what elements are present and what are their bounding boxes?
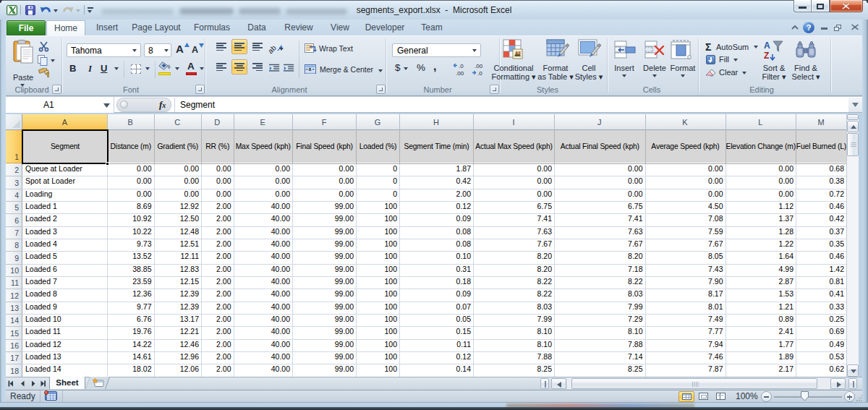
svg-text:.0: .0 — [459, 63, 464, 69]
svg-text:35: 35 — [515, 51, 521, 56]
svg-text:ab: ab — [268, 43, 278, 55]
svg-text:a: a — [309, 67, 312, 72]
svg-text:Z: Z — [764, 51, 769, 61]
svg-text:A: A — [764, 40, 770, 51]
svg-text:.00: .00 — [456, 70, 464, 77]
